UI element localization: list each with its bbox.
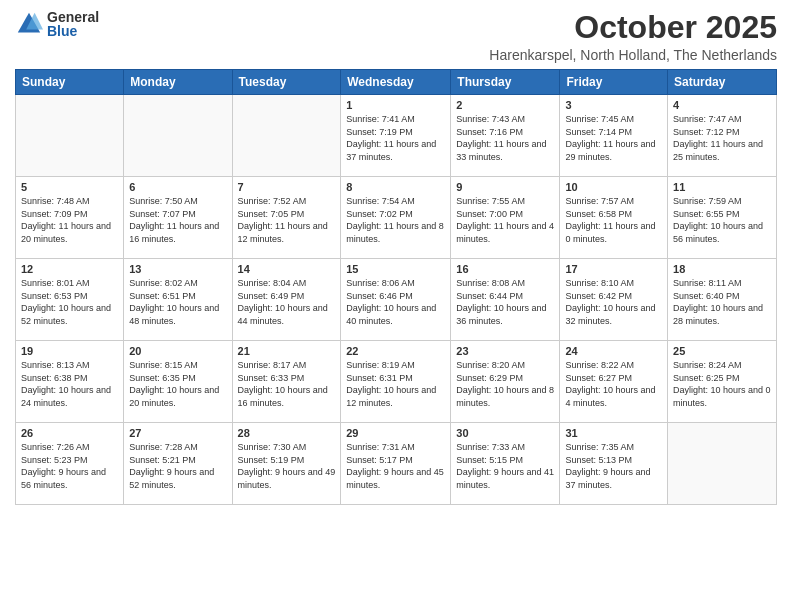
calendar-cell: 17Sunrise: 8:10 AM Sunset: 6:42 PM Dayli…: [560, 259, 668, 341]
page: General Blue October 2025 Harenkarspel, …: [0, 0, 792, 612]
calendar-week-row: 1Sunrise: 7:41 AM Sunset: 7:19 PM Daylig…: [16, 95, 777, 177]
logo-icon: [15, 10, 43, 38]
header-thursday: Thursday: [451, 70, 560, 95]
day-number: 14: [238, 263, 336, 275]
cell-content: Sunrise: 8:13 AM Sunset: 6:38 PM Dayligh…: [21, 359, 118, 409]
day-number: 29: [346, 427, 445, 439]
calendar-week-row: 5Sunrise: 7:48 AM Sunset: 7:09 PM Daylig…: [16, 177, 777, 259]
calendar-cell: 29Sunrise: 7:31 AM Sunset: 5:17 PM Dayli…: [341, 423, 451, 505]
day-number: 30: [456, 427, 554, 439]
day-number: 25: [673, 345, 771, 357]
calendar-week-row: 19Sunrise: 8:13 AM Sunset: 6:38 PM Dayli…: [16, 341, 777, 423]
cell-content: Sunrise: 8:22 AM Sunset: 6:27 PM Dayligh…: [565, 359, 662, 409]
day-number: 12: [21, 263, 118, 275]
cell-content: Sunrise: 7:54 AM Sunset: 7:02 PM Dayligh…: [346, 195, 445, 245]
day-number: 17: [565, 263, 662, 275]
cell-content: Sunrise: 8:01 AM Sunset: 6:53 PM Dayligh…: [21, 277, 118, 327]
location: Harenkarspel, North Holland, The Netherl…: [489, 47, 777, 63]
cell-content: Sunrise: 7:28 AM Sunset: 5:21 PM Dayligh…: [129, 441, 226, 491]
day-number: 16: [456, 263, 554, 275]
calendar-cell: 8Sunrise: 7:54 AM Sunset: 7:02 PM Daylig…: [341, 177, 451, 259]
cell-content: Sunrise: 8:20 AM Sunset: 6:29 PM Dayligh…: [456, 359, 554, 409]
cell-content: Sunrise: 7:59 AM Sunset: 6:55 PM Dayligh…: [673, 195, 771, 245]
cell-content: Sunrise: 7:30 AM Sunset: 5:19 PM Dayligh…: [238, 441, 336, 491]
calendar-cell: 15Sunrise: 8:06 AM Sunset: 6:46 PM Dayli…: [341, 259, 451, 341]
month-title: October 2025: [489, 10, 777, 45]
cell-content: Sunrise: 8:10 AM Sunset: 6:42 PM Dayligh…: [565, 277, 662, 327]
calendar-week-row: 12Sunrise: 8:01 AM Sunset: 6:53 PM Dayli…: [16, 259, 777, 341]
calendar-cell: 30Sunrise: 7:33 AM Sunset: 5:15 PM Dayli…: [451, 423, 560, 505]
calendar-body: 1Sunrise: 7:41 AM Sunset: 7:19 PM Daylig…: [16, 95, 777, 505]
calendar-header: Sunday Monday Tuesday Wednesday Thursday…: [16, 70, 777, 95]
calendar-cell: 27Sunrise: 7:28 AM Sunset: 5:21 PM Dayli…: [124, 423, 232, 505]
day-number: 3: [565, 99, 662, 111]
cell-content: Sunrise: 8:19 AM Sunset: 6:31 PM Dayligh…: [346, 359, 445, 409]
cell-content: Sunrise: 7:41 AM Sunset: 7:19 PM Dayligh…: [346, 113, 445, 163]
cell-content: Sunrise: 8:02 AM Sunset: 6:51 PM Dayligh…: [129, 277, 226, 327]
calendar-cell: 24Sunrise: 8:22 AM Sunset: 6:27 PM Dayli…: [560, 341, 668, 423]
calendar-cell: 1Sunrise: 7:41 AM Sunset: 7:19 PM Daylig…: [341, 95, 451, 177]
logo-general-text: General: [47, 10, 99, 24]
cell-content: Sunrise: 8:08 AM Sunset: 6:44 PM Dayligh…: [456, 277, 554, 327]
calendar-cell: [124, 95, 232, 177]
cell-content: Sunrise: 7:57 AM Sunset: 6:58 PM Dayligh…: [565, 195, 662, 245]
day-number: 7: [238, 181, 336, 193]
day-number: 22: [346, 345, 445, 357]
day-number: 15: [346, 263, 445, 275]
header-sunday: Sunday: [16, 70, 124, 95]
day-number: 10: [565, 181, 662, 193]
day-number: 1: [346, 99, 445, 111]
cell-content: Sunrise: 7:33 AM Sunset: 5:15 PM Dayligh…: [456, 441, 554, 491]
calendar-cell: 4Sunrise: 7:47 AM Sunset: 7:12 PM Daylig…: [668, 95, 777, 177]
calendar-cell: 10Sunrise: 7:57 AM Sunset: 6:58 PM Dayli…: [560, 177, 668, 259]
header-monday: Monday: [124, 70, 232, 95]
day-number: 19: [21, 345, 118, 357]
calendar-week-row: 26Sunrise: 7:26 AM Sunset: 5:23 PM Dayli…: [16, 423, 777, 505]
cell-content: Sunrise: 7:35 AM Sunset: 5:13 PM Dayligh…: [565, 441, 662, 491]
calendar-cell: 9Sunrise: 7:55 AM Sunset: 7:00 PM Daylig…: [451, 177, 560, 259]
calendar-cell: 19Sunrise: 8:13 AM Sunset: 6:38 PM Dayli…: [16, 341, 124, 423]
title-block: October 2025 Harenkarspel, North Holland…: [489, 10, 777, 63]
cell-content: Sunrise: 8:04 AM Sunset: 6:49 PM Dayligh…: [238, 277, 336, 327]
logo: General Blue: [15, 10, 99, 38]
day-number: 8: [346, 181, 445, 193]
day-number: 31: [565, 427, 662, 439]
cell-content: Sunrise: 7:43 AM Sunset: 7:16 PM Dayligh…: [456, 113, 554, 163]
cell-content: Sunrise: 7:52 AM Sunset: 7:05 PM Dayligh…: [238, 195, 336, 245]
day-number: 18: [673, 263, 771, 275]
calendar-cell: [16, 95, 124, 177]
day-number: 26: [21, 427, 118, 439]
day-number: 21: [238, 345, 336, 357]
calendar-cell: 23Sunrise: 8:20 AM Sunset: 6:29 PM Dayli…: [451, 341, 560, 423]
day-number: 13: [129, 263, 226, 275]
calendar-cell: 21Sunrise: 8:17 AM Sunset: 6:33 PM Dayli…: [232, 341, 341, 423]
calendar-cell: 2Sunrise: 7:43 AM Sunset: 7:16 PM Daylig…: [451, 95, 560, 177]
weekday-header-row: Sunday Monday Tuesday Wednesday Thursday…: [16, 70, 777, 95]
day-number: 28: [238, 427, 336, 439]
cell-content: Sunrise: 7:26 AM Sunset: 5:23 PM Dayligh…: [21, 441, 118, 491]
calendar-cell: 6Sunrise: 7:50 AM Sunset: 7:07 PM Daylig…: [124, 177, 232, 259]
cell-content: Sunrise: 7:48 AM Sunset: 7:09 PM Dayligh…: [21, 195, 118, 245]
logo-text: General Blue: [47, 10, 99, 38]
day-number: 24: [565, 345, 662, 357]
day-number: 5: [21, 181, 118, 193]
day-number: 27: [129, 427, 226, 439]
calendar-cell: 20Sunrise: 8:15 AM Sunset: 6:35 PM Dayli…: [124, 341, 232, 423]
calendar-cell: 22Sunrise: 8:19 AM Sunset: 6:31 PM Dayli…: [341, 341, 451, 423]
header-saturday: Saturday: [668, 70, 777, 95]
calendar-cell: 11Sunrise: 7:59 AM Sunset: 6:55 PM Dayli…: [668, 177, 777, 259]
header-tuesday: Tuesday: [232, 70, 341, 95]
calendar-cell: 12Sunrise: 8:01 AM Sunset: 6:53 PM Dayli…: [16, 259, 124, 341]
calendar-table: Sunday Monday Tuesday Wednesday Thursday…: [15, 69, 777, 505]
cell-content: Sunrise: 7:55 AM Sunset: 7:00 PM Dayligh…: [456, 195, 554, 245]
day-number: 6: [129, 181, 226, 193]
header-friday: Friday: [560, 70, 668, 95]
day-number: 23: [456, 345, 554, 357]
header: General Blue October 2025 Harenkarspel, …: [15, 10, 777, 63]
calendar-cell: 26Sunrise: 7:26 AM Sunset: 5:23 PM Dayli…: [16, 423, 124, 505]
cell-content: Sunrise: 8:17 AM Sunset: 6:33 PM Dayligh…: [238, 359, 336, 409]
calendar-cell: 28Sunrise: 7:30 AM Sunset: 5:19 PM Dayli…: [232, 423, 341, 505]
day-number: 11: [673, 181, 771, 193]
day-number: 4: [673, 99, 771, 111]
calendar-cell: [668, 423, 777, 505]
